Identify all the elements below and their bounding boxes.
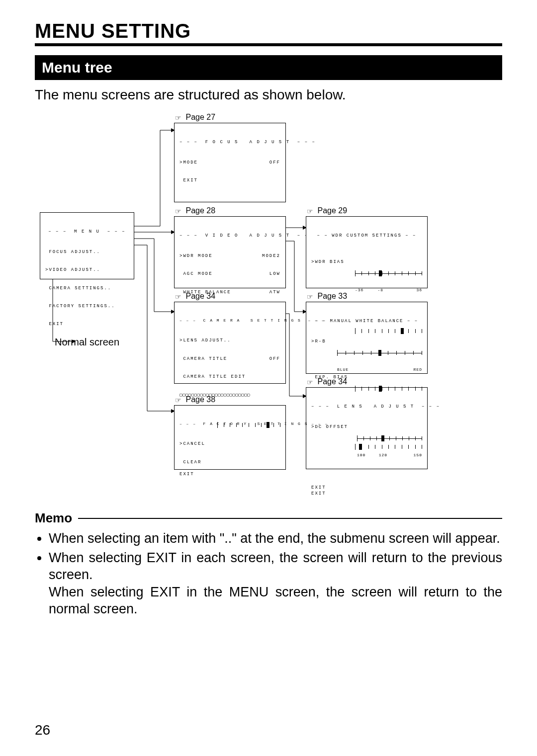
menu-row: >WDR MODEMODE2 bbox=[179, 253, 280, 259]
page-ref: ☞ Page 27 bbox=[175, 113, 215, 122]
menu-tree-diagram: – – – M E N U – – – FOCUS ADJUST.. >VIDE… bbox=[35, 113, 502, 501]
panel-lens-adjust: – – – L E N S A D J U S T – – – >DC OFFS… bbox=[306, 387, 428, 469]
memo-divider bbox=[78, 518, 502, 519]
menu-row: CAMERA TITLE EDIT bbox=[179, 374, 280, 380]
page-number: 26 bbox=[35, 722, 50, 738]
pointer-icon: ☞ bbox=[175, 207, 181, 215]
menu-row: CLEAR bbox=[179, 459, 280, 465]
panel-title: – – – M E N U – – – bbox=[45, 229, 129, 235]
menu-row: >CANCEL bbox=[179, 441, 280, 447]
pointer-icon: ☞ bbox=[307, 293, 313, 301]
memo-section: Memo When selecting an item with ".." at… bbox=[35, 510, 502, 618]
page-title: MENU SETTING bbox=[35, 20, 502, 46]
document-page: MENU SETTING Menu tree The menu screens … bbox=[0, 0, 537, 756]
menu-row: EXIT bbox=[179, 177, 280, 183]
memo-heading: Memo bbox=[35, 510, 72, 526]
memo-list: When selecting an item with ".." at the … bbox=[49, 530, 502, 618]
menu-item: >VIDEO ADJUST.. bbox=[45, 267, 129, 273]
menu-row: >MODE OFF bbox=[179, 160, 280, 166]
page-ref: ☞ Page 34 bbox=[175, 292, 215, 301]
panel-wdr-settings: – – WDR CUSTOM SETTINGS – – >WDR BIAS -3… bbox=[306, 216, 428, 288]
panel-title: – – MANUAL WHITE BALANCE – – bbox=[311, 318, 422, 324]
menu-row: CAMERA TITLEOFF bbox=[179, 356, 280, 362]
pointer-icon: ☞ bbox=[307, 378, 313, 386]
memo-item: When selecting an item with ".." at the … bbox=[49, 530, 502, 547]
intro-text: The menu screens are structured as shown… bbox=[35, 87, 502, 103]
page-ref: ☞ Page 34 bbox=[307, 377, 347, 386]
section-heading: Menu tree bbox=[35, 55, 502, 80]
panel-title: – – – V I D E O A D J U S T – – – bbox=[179, 233, 280, 239]
pointer-icon: ☞ bbox=[307, 207, 313, 215]
panel-focus-adjust: – – – F O C U S A D J U S T – – – >MODE … bbox=[174, 123, 286, 202]
pointer-icon: ☞ bbox=[175, 114, 181, 122]
menu-row: >LENS ADJUST.. bbox=[179, 337, 280, 343]
panel-title: – – WDR CUSTOM SETTINGS – – bbox=[311, 233, 422, 239]
normal-screen-label: Normal screen bbox=[55, 336, 119, 348]
panel-title: – – – C A M E R A S E T T I N G S – – – bbox=[179, 318, 280, 324]
panel-title: – – – L E N S A D J U S T – – – bbox=[311, 404, 422, 410]
panel-title: – – – F O C U S A D J U S T – – – bbox=[179, 139, 280, 145]
panel-video-adjust: – – – V I D E O A D J U S T – – – >WDR M… bbox=[174, 216, 286, 288]
menu-item: EXIT bbox=[45, 321, 129, 327]
pointer-icon: ☞ bbox=[175, 396, 181, 404]
page-ref: ☞ Page 29 bbox=[307, 206, 347, 215]
menu-item: FOCUS ADJUST.. bbox=[45, 249, 129, 255]
menu-item: CAMERA SETTINGS.. bbox=[45, 285, 129, 291]
menu-row: AGC MODELOW bbox=[179, 271, 280, 277]
panel-factory-settings: – – – F A C T O R Y S E T T I N G S – – … bbox=[174, 405, 286, 470]
page-ref: ☞ Page 28 bbox=[175, 206, 215, 215]
slider-row: >DC OFFSET 100120150 bbox=[311, 424, 422, 470]
memo-item: When selecting EXIT in each screen, the … bbox=[49, 549, 502, 618]
page-ref: ☞ Page 33 bbox=[307, 292, 347, 301]
page-ref: ☞ Page 38 bbox=[175, 395, 215, 404]
menu-row: EXIT bbox=[311, 485, 422, 491]
pointer-icon: ☞ bbox=[175, 293, 181, 301]
menu-item: FACTORY SETTINGS.. bbox=[45, 303, 129, 309]
panel-camera-settings: – – – C A M E R A S E T T I N G S – – – … bbox=[174, 302, 286, 384]
panel-manual-white-balance: – – MANUAL WHITE BALANCE – – >R-B BLUERE… bbox=[306, 302, 428, 374]
panel-main-menu: – – – M E N U – – – FOCUS ADJUST.. >VIDE… bbox=[40, 212, 134, 279]
